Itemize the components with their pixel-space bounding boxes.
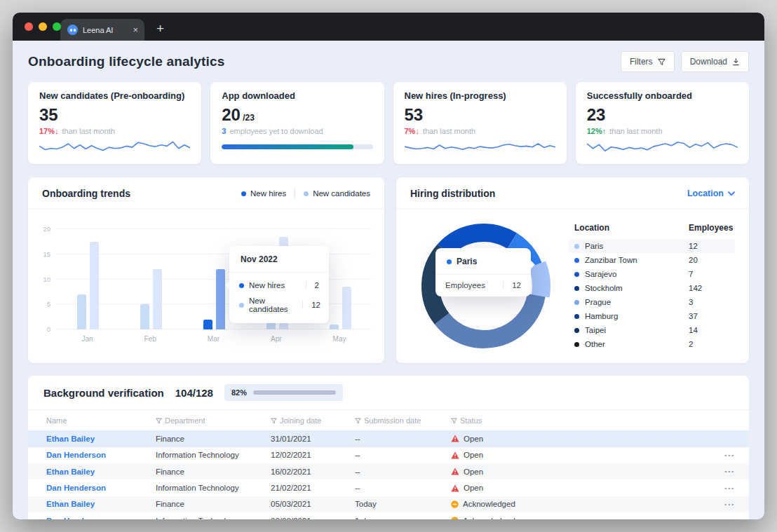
table-row[interactable]: Dan HendersonInformation Technology21/02…: [28, 479, 749, 496]
warning-triangle-icon: [451, 435, 459, 442]
browser-titlebar: Leena AI × +: [13, 13, 764, 41]
browser-window: Leena AI × + Onboarding lifecycle analyt…: [13, 13, 764, 519]
column-header-joining-date[interactable]: Joining date: [271, 416, 355, 425]
stat-value: 20 /23: [222, 106, 372, 123]
sparkline: [587, 138, 738, 157]
new-candidates-bar[interactable]: [90, 242, 99, 329]
y-axis-tick: 20: [38, 225, 50, 233]
donut-segment[interactable]: [442, 295, 536, 339]
table-row[interactable]: Dan HendersonInformation Technology12/02…: [28, 447, 749, 463]
employees-value: 3: [689, 298, 729, 306]
table-body: Ethan BaileyFinance31/01/2021--OpenDan H…: [28, 430, 749, 519]
stat-delta: 7%↓: [405, 127, 419, 135]
submission-date-cell: 1 day ago: [355, 517, 451, 519]
table-row[interactable]: Dan HendersonInformation Technology09/03…: [28, 512, 749, 519]
distribution-legend-row[interactable]: Zanzibar Town20: [569, 253, 735, 267]
x-axis-label: Feb: [144, 335, 156, 343]
department-cell: Finance: [156, 468, 271, 476]
department-cell: Information Technology: [156, 517, 271, 519]
column-header-submission-date[interactable]: Submission date: [355, 416, 451, 425]
hiring-distribution-card: Hiring distribution Location Paris: [396, 177, 749, 363]
row-actions-ellipsis-icon[interactable]: •••: [707, 468, 735, 475]
stat-title: New candidates (Pre-onboarding): [39, 90, 190, 101]
new-hires-bar[interactable]: [203, 320, 212, 329]
location-label: Sarajevo: [585, 270, 616, 278]
new-hires-bar[interactable]: [330, 325, 339, 329]
stat-caption: 7%↓than last month: [405, 127, 555, 135]
new-tab-button[interactable]: +: [156, 22, 164, 35]
row-actions-ellipsis-icon[interactable]: •••: [707, 517, 735, 519]
department-cell: Finance: [156, 500, 271, 508]
distribution-legend-row[interactable]: Stockholm142: [569, 281, 735, 295]
legend-dot: [304, 191, 309, 196]
column-header-department[interactable]: Department: [156, 416, 271, 425]
download-progress-bar: [222, 144, 372, 149]
donut-tooltip-value: 12: [503, 281, 521, 289]
table-row[interactable]: Ethan BaileyFinance31/01/2021--Open: [28, 430, 749, 446]
employee-name-link[interactable]: Ethan Bailey: [46, 500, 156, 508]
donut-segment[interactable]: [537, 264, 541, 296]
employee-name-link[interactable]: Ethan Bailey: [46, 468, 156, 476]
row-actions-ellipsis-icon[interactable]: •••: [707, 485, 735, 491]
funnel-icon: [451, 418, 457, 424]
warning-triangle-icon: [451, 451, 459, 459]
new-hires-bar[interactable]: [77, 294, 86, 329]
employee-name-link[interactable]: Dan Henderson: [46, 484, 156, 492]
filters-button[interactable]: Filters: [621, 51, 675, 72]
department-cell: Information Technology: [156, 451, 271, 459]
tab-close-icon[interactable]: ×: [133, 25, 138, 34]
location-dropdown[interactable]: Location: [687, 189, 735, 198]
funnel-icon: [658, 58, 665, 66]
stat-card: New hires (In-progress)53 7%↓than last m…: [393, 82, 567, 164]
close-window-button[interactable]: [25, 22, 33, 31]
bar-group[interactable]: [330, 287, 351, 329]
tooltip-row: New candidates12: [229, 293, 329, 317]
column-header-status[interactable]: Status: [451, 416, 707, 425]
tooltip-row: New hires2: [229, 278, 329, 293]
table-row[interactable]: Ethan BaileyFinance05/03/2021TodayAcknow…: [28, 496, 749, 512]
funnel-icon: [355, 418, 361, 424]
download-button-label: Download: [690, 57, 727, 67]
maximize-window-button[interactable]: [53, 22, 61, 31]
verification-count: 104/128: [175, 387, 213, 399]
employee-name-link[interactable]: Dan Henderson: [46, 451, 156, 459]
bar-group[interactable]: [77, 242, 99, 329]
stats-row: New candidates (Pre-onboarding)35 17%↓th…: [13, 82, 764, 164]
legend-item[interactable]: New hires: [241, 189, 286, 198]
download-button[interactable]: Download: [681, 51, 749, 72]
trends-tooltip-rows: New hires2New candidates12: [229, 273, 329, 323]
location-label: Hamburg: [585, 312, 618, 320]
distribution-legend: Location Employees Paris12Zanzibar Town2…: [562, 217, 739, 353]
browser-tab[interactable]: Leena AI ×: [60, 19, 144, 41]
legend-dot: [574, 244, 579, 249]
x-axis-label: Apr: [271, 335, 282, 343]
distribution-legend-row[interactable]: Taipei14: [569, 323, 735, 337]
distribution-legend-row[interactable]: Hamburg37: [569, 309, 735, 323]
minus-circle-icon: [451, 517, 459, 519]
distribution-legend-row[interactable]: Sarajevo7: [569, 267, 735, 281]
stat-card: New candidates (Pre-onboarding)35 17%↓th…: [28, 82, 201, 164]
leena-ai-favicon: [67, 25, 78, 35]
distribution-legend-row[interactable]: Other2: [569, 337, 735, 351]
filters-button-label: Filters: [630, 57, 653, 67]
new-candidates-bar[interactable]: [216, 269, 225, 329]
location-dropdown-label: Location: [687, 189, 724, 198]
bar-group[interactable]: [203, 269, 225, 329]
distribution-legend-row[interactable]: Prague3: [569, 295, 735, 309]
legend-item[interactable]: New candidates: [304, 189, 370, 198]
bar-group[interactable]: [140, 269, 162, 329]
employee-name-link[interactable]: Dan Henderson: [46, 517, 156, 519]
new-candidates-bar[interactable]: [342, 287, 351, 329]
employee-name-link[interactable]: Ethan Bailey: [46, 435, 156, 443]
new-candidates-bar[interactable]: [153, 269, 162, 329]
y-axis-tick: 15: [38, 250, 50, 258]
funnel-icon: [156, 418, 162, 424]
distribution-legend-row[interactable]: Paris12: [569, 239, 735, 253]
trends-legend: New hiresNew candidates: [241, 188, 370, 199]
row-actions-ellipsis-icon[interactable]: •••: [707, 501, 735, 507]
trends-x-labels: JanFebMarAprMay: [56, 329, 372, 343]
new-hires-bar[interactable]: [140, 304, 149, 329]
table-row[interactable]: Ethan BaileyFinance16/02/2021--Open•••: [28, 463, 749, 479]
minimize-window-button[interactable]: [39, 22, 47, 31]
row-actions-ellipsis-icon[interactable]: •••: [707, 452, 735, 458]
